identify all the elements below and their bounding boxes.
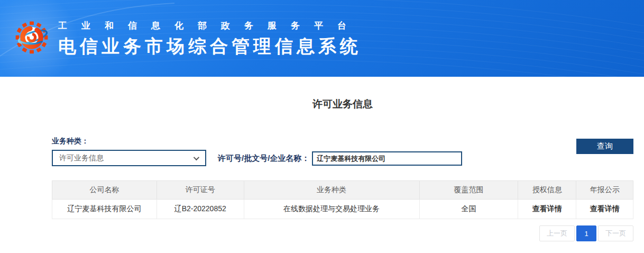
query-bar: 业务种类： 许可业务信息 许可号/批文号/企业名称： 查询 (52, 135, 633, 168)
brand-text: 工业和信息化部政务服务平台 电信业务市场综合管理信息系统 (58, 15, 362, 59)
brand-block: 工业和信息化部政务服务平台 电信业务市场综合管理信息系统 (14, 15, 362, 59)
cell-auth-info: 查看详情 (518, 200, 576, 219)
auth-detail-link[interactable]: 查看详情 (532, 204, 562, 213)
annual-report-detail-link[interactable]: 查看详情 (590, 204, 620, 213)
cell-company: 辽宁麦基科技有限公司 (52, 200, 157, 219)
col-annual-report: 年报公示 (576, 181, 633, 200)
page-number-1[interactable]: 1 (576, 225, 596, 241)
gear-e-orbit-logo-icon (14, 15, 49, 58)
pagination: 上一页 1 下一页 (52, 225, 633, 241)
license-results-table: 公司名称 许可证号 业务种类 覆盖范围 授权信息 年报公示 辽宁麦基科技有限公司… (52, 180, 633, 219)
category-label: 业务种类： (52, 137, 89, 146)
col-coverage: 覆盖范围 (419, 181, 518, 200)
prev-page-button[interactable]: 上一页 (539, 225, 575, 241)
site-header: 工业和信息化部政务服务平台 电信业务市场综合管理信息系统 (0, 0, 644, 77)
table-header-row: 公司名称 许可证号 业务种类 覆盖范围 授权信息 年报公示 (52, 181, 633, 200)
page: 工业和信息化部政务服务平台 电信业务市场综合管理信息系统 许可业务信息 业务种类… (0, 0, 644, 241)
cell-annual-report: 查看详情 (576, 200, 633, 219)
search-button[interactable]: 查询 (576, 139, 633, 154)
cell-business-type: 在线数据处理与交易处理业务 (244, 200, 419, 219)
col-auth-info: 授权信息 (518, 181, 576, 200)
keyword-input[interactable] (312, 151, 462, 166)
next-page-button[interactable]: 下一页 (598, 225, 633, 241)
cell-license-no: 辽B2-20220852 (157, 200, 244, 219)
chevron-down-icon (194, 154, 199, 160)
main-content: 许可业务信息 业务种类： 许可业务信息 许可号/批文号/企业名称： 查询 公司名… (52, 97, 633, 241)
system-name: 电信业务市场综合管理信息系统 (58, 34, 362, 59)
page-title: 许可业务信息 (52, 97, 633, 111)
category-select-value: 许可业务信息 (59, 153, 104, 163)
cell-coverage: 全国 (419, 200, 518, 219)
category-select[interactable]: 许可业务信息 (52, 150, 206, 166)
keyword-label: 许可号/批文号/企业名称： (218, 153, 309, 164)
keyword-field-group: 许可号/批文号/企业名称： (218, 151, 462, 166)
col-license-no: 许可证号 (157, 181, 244, 200)
table-row: 辽宁麦基科技有限公司 辽B2-20220852 在线数据处理与交易处理业务 全国… (52, 200, 633, 219)
col-business-type: 业务种类 (244, 181, 419, 200)
platform-name: 工业和信息化部政务服务平台 (58, 20, 362, 32)
col-company: 公司名称 (52, 181, 157, 200)
